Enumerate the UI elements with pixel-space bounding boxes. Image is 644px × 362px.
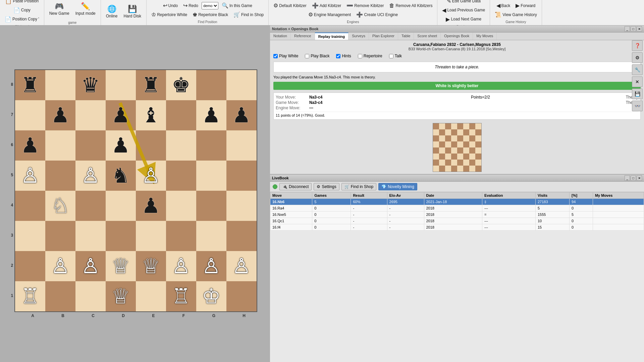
square-B7[interactable]: ♟ [45, 100, 75, 130]
square-B2[interactable]: ♙ [45, 251, 75, 281]
square-G4[interactable] [196, 191, 226, 221]
in-this-game-button[interactable]: 🔍 In this Game [220, 1, 254, 10]
maximize-button[interactable]: □ [631, 26, 636, 32]
tab-notation[interactable]: Notation [270, 33, 291, 40]
settings-side-button[interactable]: ⚙ [632, 52, 643, 63]
piece-bn[interactable]: ♞ [111, 165, 130, 186]
square-D2[interactable]: ♕ [106, 251, 136, 281]
piece-wk[interactable]: ♔ [202, 286, 221, 307]
livebook-settings-button[interactable]: ⚙ Settings [314, 183, 339, 190]
square-G8[interactable] [196, 70, 226, 100]
redo-button[interactable]: ↪ Redo [181, 1, 200, 10]
square-C3[interactable] [75, 221, 106, 251]
square-A7[interactable] [15, 100, 45, 130]
load-previous-game-button[interactable]: ◀ Load Previous Game [440, 6, 487, 14]
square-A3[interactable] [15, 221, 45, 251]
square-G3[interactable] [196, 221, 226, 251]
col-eval[interactable]: Evaluation [482, 192, 535, 199]
piece-wp[interactable]: ♙ [142, 165, 160, 186]
square-D1[interactable]: ♕ [106, 281, 136, 311]
piece-wp[interactable]: ♙ [232, 256, 251, 277]
tab-replay-training[interactable]: Replay training [315, 33, 348, 40]
square-G7[interactable]: ♟ [196, 100, 226, 130]
tab-surveys[interactable]: Surveys [348, 33, 369, 40]
square-F7[interactable] [166, 100, 196, 130]
piece-wr[interactable]: ♖ [172, 286, 191, 307]
repertoire-checkbox[interactable]: Repertoire [358, 54, 382, 58]
piece-bp[interactable]: ♟ [232, 105, 251, 126]
paste-position-button[interactable]: 📋 Paste Position [3, 0, 41, 5]
square-A6[interactable]: ♟ [15, 130, 45, 161]
square-H5[interactable] [226, 161, 257, 191]
square-C8[interactable]: ♛ [75, 70, 106, 100]
table-row[interactable]: 16.Qc10--2018---100 [270, 218, 644, 224]
talk-checkbox[interactable]: Talk [389, 54, 402, 58]
hard-disk-button[interactable]: 💾 Hard Disk [121, 3, 144, 22]
square-C6[interactable] [75, 130, 106, 161]
glasses-button[interactable]: 👓 [632, 101, 643, 111]
piece-wp[interactable]: ♙ [21, 165, 40, 186]
square-H2[interactable]: ♙ [226, 251, 257, 281]
square-H4[interactable] [226, 191, 257, 221]
piece-wq[interactable]: ♕ [142, 256, 160, 277]
square-E3[interactable] [136, 221, 166, 251]
tab-score-sheet[interactable]: Score sheet [414, 33, 441, 40]
remove-all-kibitzers-button[interactable]: 🗑 Remove All Kibitzers [387, 2, 434, 10]
edit-game-data-button[interactable]: ✎ Edit Game Data [445, 0, 483, 5]
add-kibitzer-button[interactable]: ➕ Add Kibitzer [310, 1, 343, 10]
piece-wq[interactable]: ♕ [111, 256, 130, 277]
piece-wr[interactable]: ♖ [21, 286, 40, 307]
tab-reference[interactable]: Reference [291, 33, 315, 40]
square-G2[interactable]: ♙ [196, 251, 226, 281]
col-mymoves[interactable]: My Moves [593, 192, 644, 199]
piece-wp[interactable]: ♙ [172, 256, 191, 277]
square-B3[interactable] [45, 221, 75, 251]
piece-wn[interactable]: ♘ [51, 195, 70, 216]
engine-management-button[interactable]: ⚙ Engine Management [306, 10, 353, 19]
chess-board[interactable]: ♜♛♜♚♟♟♝♟♟♟♟♙♙♞♙♘♟♙♙♕♕♙♙♙♖♕♖♔ [14, 69, 257, 312]
disconnect-button[interactable]: 🔌 Disconnect [279, 183, 312, 190]
square-H6[interactable] [226, 130, 257, 161]
col-elo[interactable]: Elo-Av [387, 192, 424, 199]
forward-button[interactable]: ▶ Forward [514, 1, 537, 10]
table-row[interactable]: 16.Nxe50--2018=15555 [270, 212, 644, 218]
piece-bp[interactable]: ♟ [142, 195, 160, 216]
square-C4[interactable] [75, 191, 106, 221]
square-A5[interactable]: ♙ [15, 161, 45, 191]
find-in-shop-button[interactable]: 🛒 Find in Shop [341, 183, 376, 190]
new-game-button[interactable]: 🎮 New Game [47, 1, 72, 19]
square-A2[interactable] [15, 251, 45, 281]
load-next-game-button[interactable]: ▶ Load Next Game [444, 15, 483, 23]
demo-select[interactable]: demo [202, 2, 218, 9]
square-G1[interactable]: ♔ [196, 281, 226, 311]
square-E1[interactable] [136, 281, 166, 311]
tools-button[interactable]: 🔧 [632, 64, 643, 75]
repertoire-black-button[interactable]: ♚ Repertoire Black [191, 10, 230, 19]
square-B5[interactable] [45, 161, 75, 191]
col-pct[interactable]: [%] [570, 192, 593, 199]
online-button[interactable]: 🌐 Online [104, 3, 120, 22]
square-H3[interactable] [226, 221, 257, 251]
piece-bp[interactable]: ♟ [111, 135, 130, 156]
square-G6[interactable] [196, 130, 226, 161]
piece-br[interactable]: ♜ [21, 75, 40, 96]
piece-bp[interactable]: ♟ [51, 105, 70, 126]
close-button[interactable]: ✕ [637, 26, 642, 32]
livebook-close[interactable]: ✕ [637, 175, 642, 181]
square-F6[interactable] [166, 130, 196, 161]
square-B1[interactable] [45, 281, 75, 311]
square-F8[interactable]: ♚ [166, 70, 196, 100]
tab-openings-book[interactable]: Openings Book [441, 33, 473, 40]
square-H8[interactable] [226, 70, 257, 100]
col-visits[interactable]: Visits [536, 192, 570, 199]
copy-position-button[interactable]: 📄 Position Copy ' [3, 15, 41, 23]
square-D8[interactable] [106, 70, 136, 100]
piece-bq[interactable]: ♛ [81, 75, 100, 96]
tab-plan-explorer[interactable]: Plan Explorer [369, 33, 398, 40]
minimize-button[interactable]: _ [625, 26, 630, 32]
piece-wq[interactable]: ♕ [111, 286, 130, 307]
square-B8[interactable] [45, 70, 75, 100]
delete-button[interactable]: ✕ [632, 76, 643, 87]
square-E2[interactable]: ♕ [136, 251, 166, 281]
square-C7[interactable] [75, 100, 106, 130]
